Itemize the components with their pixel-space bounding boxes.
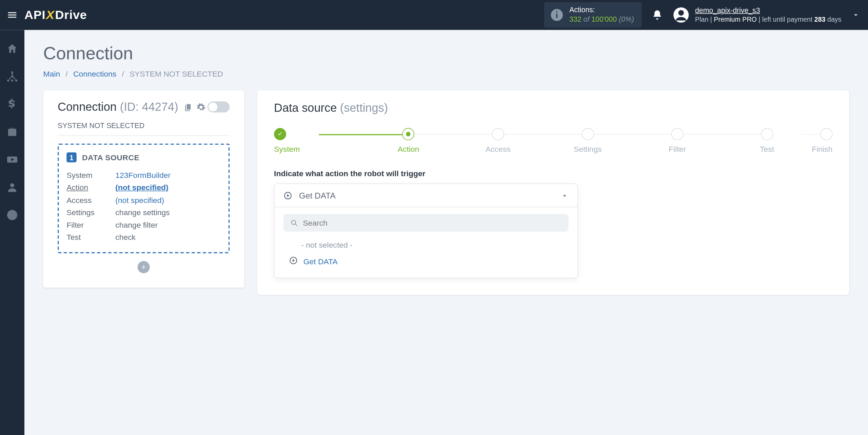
add-step-button[interactable]: [138, 261, 150, 273]
step-circle: [820, 128, 832, 140]
step-circle: [402, 128, 415, 140]
svg-rect-2: [556, 12, 557, 13]
step-finish[interactable]: Finish: [812, 128, 832, 153]
logo-text-post: Drive: [55, 8, 87, 22]
user-name: demo_apix-drive_s3: [695, 6, 841, 16]
stepper: SystemActionAccessSettingsFilterTestFini…: [274, 128, 832, 153]
step-circle: [274, 128, 286, 140]
plan-prefix: Plan |: [695, 15, 712, 23]
ds-value: change settings: [115, 206, 170, 219]
nav-connections-icon[interactable]: [5, 70, 19, 83]
ds-label: Access: [66, 194, 115, 206]
option-label: Get DATA: [303, 257, 338, 266]
step-circle: [492, 128, 504, 140]
step-settings[interactable]: Settings: [543, 128, 632, 153]
breadcrumb-main[interactable]: Main: [43, 69, 60, 78]
chevron-up-icon: [561, 191, 569, 199]
breadcrumb-current: SYSTEM NOT SELECTED: [130, 69, 223, 78]
ds-value: (not specified): [115, 194, 164, 206]
ds-row-action[interactable]: Action(not specified): [66, 182, 221, 194]
nav-briefcase-icon[interactable]: [5, 125, 19, 139]
step-label: Action: [398, 145, 419, 153]
ds-row-test[interactable]: Testcheck: [66, 231, 221, 244]
app-header: API X Drive Actions: 332 of 100'000 (0%): [0, 0, 868, 30]
dropdown-selected-text: Get DATA: [299, 191, 554, 200]
ds-label: Test: [66, 231, 115, 244]
user-avatar-icon: [673, 7, 690, 23]
connection-summary-card: Connection (ID: 44274) SYSTEM NOT SELECT…: [43, 90, 244, 288]
chevron-down-icon[interactable]: [851, 11, 860, 19]
actions-of: of: [584, 15, 590, 23]
nav-youtube-icon[interactable]: [5, 153, 19, 166]
option-not-selected[interactable]: - not selected -: [283, 237, 569, 253]
connection-toggle[interactable]: [208, 101, 230, 112]
ds-value: 123FormBuilder: [115, 169, 171, 182]
step-label: Filter: [669, 145, 686, 153]
action-section-label: Indicate what action the robot will trig…: [274, 169, 832, 178]
settings-subtitle: (settings): [340, 101, 388, 114]
card-subtitle: SYSTEM NOT SELECTED: [58, 121, 230, 136]
step-test[interactable]: Test: [722, 128, 812, 153]
user-menu[interactable]: demo_apix-drive_s3 Plan | Premium PRO | …: [673, 6, 842, 24]
ds-row-access[interactable]: Access(not specified): [66, 194, 221, 206]
plan-days-word: days: [827, 15, 841, 23]
ds-row-system[interactable]: System123FormBuilder: [66, 169, 221, 182]
breadcrumb: Main / Connections / SYSTEM NOT SELECTED: [43, 69, 849, 78]
ds-value: check: [115, 231, 136, 244]
step-filter[interactable]: Filter: [633, 128, 722, 153]
page-title: Connection: [43, 43, 849, 64]
action-dropdown: Get DATA - not selected - Get DATA: [274, 183, 578, 278]
notifications-bell-icon[interactable]: [652, 9, 663, 21]
step-label: Access: [486, 145, 511, 153]
svg-point-5: [10, 183, 14, 187]
nav-help-icon[interactable]: [5, 208, 19, 222]
step-action[interactable]: Action: [363, 128, 453, 153]
ds-value: (not specified): [115, 182, 168, 194]
actions-pct: (0%): [619, 15, 634, 23]
actions-total: 100'000: [591, 15, 617, 23]
nav-user-icon[interactable]: [5, 181, 19, 194]
data-source-box: 1 DATA SOURCE System123FormBuilderAction…: [58, 144, 230, 253]
logo[interactable]: API X Drive: [24, 8, 87, 22]
ds-label: System: [66, 169, 115, 182]
svg-point-4: [678, 10, 684, 16]
step-label: System: [274, 145, 300, 153]
actions-label: Actions:: [569, 6, 634, 15]
step-label: Test: [760, 145, 774, 153]
ds-row-settings[interactable]: Settingschange settings: [66, 206, 221, 219]
data-source-settings-card: Data source (settings) SystemActionAcces…: [257, 90, 849, 295]
ds-row-filter[interactable]: Filterchange filter: [66, 219, 221, 231]
nav-billing-icon[interactable]: [5, 98, 19, 111]
card-title: Connection: [58, 100, 117, 113]
step-label: Settings: [574, 145, 602, 153]
search-input[interactable]: [303, 218, 562, 227]
ds-label: Filter: [66, 219, 115, 231]
gear-icon[interactable]: [197, 102, 206, 112]
step-circle: [761, 128, 773, 140]
plan-days-num: 283: [814, 15, 826, 23]
nav-home-icon[interactable]: [5, 42, 19, 55]
copy-icon[interactable]: [184, 102, 193, 112]
info-icon: [549, 8, 564, 22]
search-icon: [290, 219, 299, 227]
settings-title: Data source: [274, 101, 337, 114]
plan-suffix: | left until payment: [758, 15, 812, 23]
main-content: Connection Main / Connections / SYSTEM N…: [24, 30, 868, 435]
connection-id: (ID: 44274): [120, 100, 178, 113]
option-get-data[interactable]: Get DATA: [283, 253, 569, 270]
dropdown-selected[interactable]: Get DATA: [275, 184, 577, 207]
svg-rect-1: [556, 14, 557, 18]
hamburger-menu-icon[interactable]: [0, 9, 24, 21]
actions-counter[interactable]: Actions: 332 of 100'000 (0%): [544, 2, 642, 28]
step-access[interactable]: Access: [453, 128, 543, 153]
step-system[interactable]: System: [274, 128, 363, 153]
plan-name: Premium PRO: [714, 15, 757, 23]
step-label: Finish: [812, 145, 832, 153]
logo-text-pre: API: [24, 8, 45, 22]
breadcrumb-connections[interactable]: Connections: [73, 69, 116, 78]
ds-number: 1: [66, 152, 76, 162]
sidebar: [0, 30, 24, 435]
dropdown-search[interactable]: [283, 214, 569, 231]
ds-label: Settings: [66, 206, 115, 219]
step-circle: [581, 128, 594, 140]
